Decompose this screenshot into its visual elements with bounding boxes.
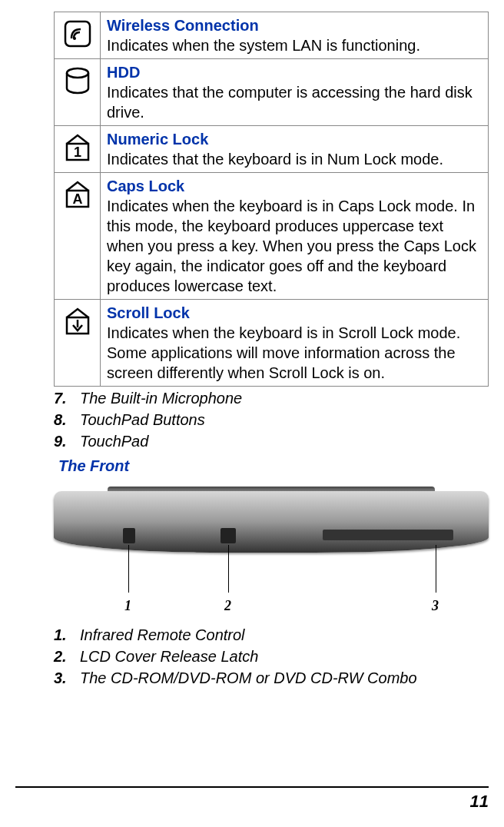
callout-line: [128, 545, 129, 593]
item-label: Infrared Remote Control: [80, 625, 245, 645]
item-label: The Built-in Microphone: [80, 388, 242, 408]
numlock-icon-cell: 1: [55, 126, 101, 173]
svg-point-2: [67, 68, 88, 78]
indicator-description: Indicates when the system LAN is functio…: [107, 37, 420, 54]
svg-rect-0: [65, 22, 90, 46]
indicator-text-cell: Scroll Lock Indicates when the keyboard …: [101, 300, 489, 387]
scrolllock-icon: [62, 306, 93, 337]
list-item: 8. TouchPad Buttons: [54, 410, 489, 430]
indicator-text-cell: Numeric Lock Indicates that the keyboard…: [101, 126, 489, 173]
svg-text:A: A: [72, 191, 82, 207]
indicator-description: Indicates when the keyboard is in Scroll…: [107, 324, 460, 381]
indicator-table: Wireless Connection Indicates when the s…: [54, 12, 489, 387]
item-number: 2.: [54, 646, 80, 666]
item-number: 3.: [54, 668, 80, 688]
indicator-description: Indicates when the keyboard is in Caps L…: [107, 198, 476, 294]
section-heading-front: The Front: [58, 456, 489, 476]
list-item: 3. The CD-ROM/DVD-ROM or DVD CD-RW Combo: [54, 668, 489, 688]
svg-point-1: [73, 37, 76, 40]
hdd-icon: [62, 65, 93, 96]
indicator-title: Numeric Lock: [107, 131, 208, 148]
indicator-title: Wireless Connection: [107, 17, 259, 34]
table-row: HDD Indicates that the computer is acces…: [55, 59, 489, 126]
svg-text:1: 1: [73, 144, 81, 160]
page-number: 11: [470, 792, 489, 811]
indicator-title: Caps Lock: [107, 178, 184, 194]
item-label: LCD Cover Release Latch: [80, 646, 258, 666]
wireless-icon-cell: [55, 12, 101, 59]
item-number: 9.: [54, 431, 80, 451]
laptop-port: [220, 528, 236, 543]
indicator-description: Indicates that the keyboard is in Num Lo…: [107, 151, 443, 168]
callout-line: [436, 545, 436, 593]
indicator-title: Scroll Lock: [107, 304, 190, 321]
indicator-title: HDD: [107, 64, 140, 81]
indicator-text-cell: Wireless Connection Indicates when the s…: [101, 12, 489, 59]
item-label: TouchPad Buttons: [80, 410, 205, 430]
page-footer: 11: [15, 786, 489, 813]
list-item: 9. TouchPad: [54, 431, 489, 451]
laptop-body: [54, 491, 489, 553]
item-number: 1.: [54, 625, 80, 645]
indicator-text-cell: Caps Lock Indicates when the keyboard is…: [101, 173, 489, 300]
numlock-icon: 1: [62, 132, 93, 163]
callout-line: [228, 545, 229, 593]
table-row: Scroll Lock Indicates when the keyboard …: [55, 300, 489, 387]
table-row: Wireless Connection Indicates when the s…: [55, 12, 489, 59]
callout-number: 3: [432, 597, 439, 615]
item-number: 8.: [54, 410, 80, 430]
laptop-port: [123, 528, 135, 543]
list-item: 2. LCD Cover Release Latch: [54, 646, 489, 666]
callout-number: 2: [224, 597, 231, 615]
item-number: 7.: [54, 388, 80, 408]
laptop-front-figure: 1 2 3: [54, 483, 489, 622]
table-row: 1 Numeric Lock Indicates that the keyboa…: [55, 126, 489, 173]
list-item: 1. Infrared Remote Control: [54, 625, 489, 645]
hdd-icon-cell: [55, 59, 101, 126]
capslock-icon-cell: A: [55, 173, 101, 300]
laptop-port: [323, 530, 453, 540]
wireless-icon: [62, 18, 93, 49]
table-row: A Caps Lock Indicates when the keyboard …: [55, 173, 489, 300]
item-label: The CD-ROM/DVD-ROM or DVD CD-RW Combo: [80, 668, 417, 688]
list-item: 7. The Built-in Microphone: [54, 388, 489, 408]
indicator-description: Indicates that the computer is accessing…: [107, 84, 472, 121]
item-label: TouchPad: [80, 431, 148, 451]
callout-number: 1: [124, 597, 131, 615]
scrolllock-icon-cell: [55, 300, 101, 387]
indicator-text-cell: HDD Indicates that the computer is acces…: [101, 59, 489, 126]
capslock-icon: A: [62, 179, 93, 210]
